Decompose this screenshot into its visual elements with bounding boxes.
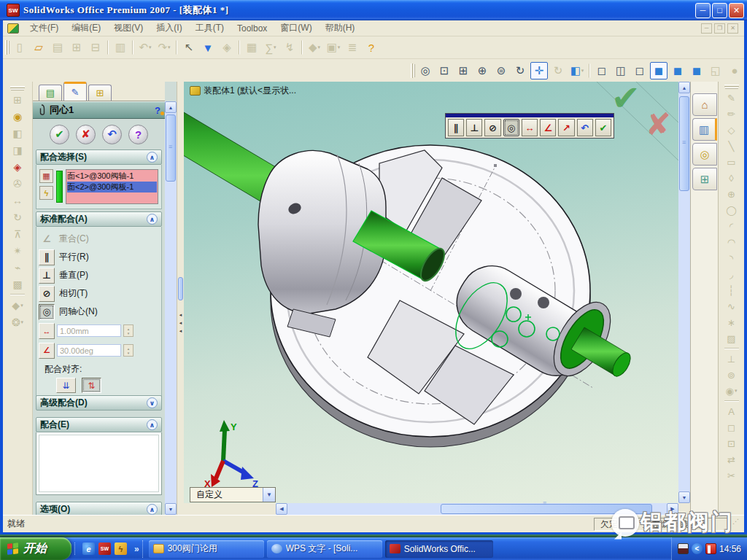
hidden-lines-removed-button[interactable]: ◻ [631, 62, 649, 79]
line-button[interactable]: ╲ [722, 138, 741, 154]
mate-tangent[interactable]: ⊘ 相切(T) [39, 284, 159, 303]
propertymanager-tab[interactable]: ✎ [63, 82, 87, 101]
offset-entities-button[interactable]: ⊡ [722, 435, 741, 451]
popup-parallel-button[interactable]: ∥ [448, 119, 464, 136]
quick-launch-overflow[interactable]: » [131, 544, 142, 554]
collapse-chevron-icon[interactable]: ∧ [147, 152, 158, 163]
file-explorer-tab[interactable]: ◎ [692, 143, 717, 166]
mate-concentric[interactable]: ◎ 同轴心(N) [39, 303, 159, 321]
motion-study-button[interactable]: ◆ [8, 297, 27, 314]
start-button[interactable]: 开始 [0, 537, 71, 560]
selection-filter-button[interactable]: ▼ [199, 39, 217, 56]
save-button[interactable]: ▤ [49, 39, 66, 56]
standard-mates-header[interactable]: 标准配合(A) ∧ [36, 211, 162, 227]
collapse-chevron-icon[interactable]: ∧ [147, 214, 158, 225]
viewport-vscrollbar[interactable]: ▲ ▼ [678, 82, 690, 503]
point-button[interactable]: ∗ [722, 314, 741, 330]
quick-launch-solidworks[interactable]: SW [98, 542, 111, 555]
insert-component-button[interactable]: ⊞ [8, 91, 27, 108]
angle-spinner[interactable]: ▴▾ [123, 344, 133, 357]
toolbar-grip[interactable] [5, 40, 7, 55]
no-external-references-button[interactable]: ◈ [8, 158, 27, 175]
wireframe-button[interactable]: ◻ [593, 62, 611, 79]
menu-tools[interactable]: 工具(T) [189, 20, 231, 36]
menu-view[interactable]: 视图(V) [107, 20, 150, 36]
help-button[interactable]: ? [363, 39, 380, 56]
filter-toggle-button[interactable]: ◈ [218, 39, 236, 56]
collapse-chevron-icon[interactable]: ∧ [147, 419, 158, 430]
scroll-up-button[interactable]: ▲ [165, 101, 177, 113]
feature-tree-root[interactable]: 装配体1 (默认<显示状... [190, 85, 296, 97]
task-solidworks[interactable]: SolidWorks Offic... [385, 540, 493, 558]
angle-mate-icon[interactable]: ∠ [39, 343, 55, 359]
display-relations-button[interactable]: ⊚ [722, 367, 741, 383]
print-button[interactable]: ▥ [112, 39, 129, 56]
scroll-down-button[interactable]: ▼ [165, 503, 177, 515]
splitter-handle[interactable] [178, 277, 183, 300]
confirm-ok-icon[interactable]: ✔ [611, 82, 640, 118]
aligned-button[interactable]: ⇊ [56, 378, 76, 393]
hidden-lines-visible-button[interactable]: ◫ [612, 62, 630, 79]
fillet-button[interactable]: ◞ [722, 266, 741, 282]
change-suppression-button[interactable]: ◧ [8, 125, 27, 141]
angle-input[interactable]: 30.00deg [57, 344, 121, 357]
clock[interactable]: 14:56 [719, 544, 741, 554]
interference-detection-button[interactable]: ▩ [8, 276, 27, 292]
close-button[interactable]: ✕ [729, 3, 744, 18]
resize-grip[interactable]: ⋰ [732, 518, 743, 531]
mate-selection-item[interactable]: 面<2>@300阀板-1 [67, 182, 157, 192]
explode-line-sketch-button[interactable]: ⌁ [8, 259, 27, 276]
shadows-button[interactable]: ◼ [688, 62, 705, 79]
view-orientation-button[interactable]: ◎ [417, 62, 434, 79]
quick-snaps-button[interactable]: ◉ [722, 383, 741, 399]
menu-toolbox[interactable]: Toolbox [231, 22, 274, 35]
panel-scrollbar[interactable]: ▲ ▼ [165, 101, 177, 515]
zoom-selection-button[interactable]: ⊜ [492, 62, 510, 79]
popup-distance-button[interactable]: ↔ [522, 119, 538, 136]
mate-type-icon[interactable]: ⊘ [39, 286, 55, 302]
help-button[interactable]: ? [128, 125, 148, 144]
task-folder[interactable]: 300阀门论用 [149, 540, 264, 558]
popup-flip-alignment-button[interactable]: ↗ [558, 119, 574, 136]
menu-insert[interactable]: 插入(I) [150, 20, 188, 36]
section-view-button[interactable]: ◱ [707, 62, 724, 79]
perimeter-circle-button[interactable]: ◯ [722, 202, 741, 218]
rectangle-button[interactable]: ▭ [722, 154, 741, 170]
spline-button[interactable]: ∿ [722, 298, 741, 314]
sketch-button[interactable]: ✎ [722, 90, 741, 106]
mate-selections-header[interactable]: 配合选择(S) ∧ [36, 149, 162, 165]
toolbar-grip[interactable] [724, 85, 739, 87]
menu-help[interactable]: 帮助(H) [319, 20, 362, 36]
anti-aligned-button[interactable]: ⇅ [82, 378, 101, 393]
rotate-scene-floor-button[interactable]: ↻ [549, 62, 567, 79]
maximize-button[interactable]: □ [712, 3, 727, 18]
mdi-restore-button[interactable]: ❐ [714, 23, 725, 34]
toolbar-grip[interactable] [10, 86, 25, 88]
grid-button[interactable]: ▦ [243, 39, 260, 56]
advanced-mates-header[interactable]: 高级配合(D) ∨ [36, 395, 162, 411]
three-point-arc-button[interactable]: ◝ [722, 250, 741, 266]
distance-spinner[interactable]: ▴▾ [123, 324, 133, 337]
mate-type-icon[interactable]: ∠ [39, 231, 55, 247]
select-button[interactable]: ↖ [180, 39, 198, 56]
collapse-chevron-icon[interactable]: ∧ [147, 504, 158, 515]
zoom-fit-button[interactable]: ⊡ [436, 62, 453, 79]
text-button[interactable]: A [722, 403, 741, 419]
mates-list[interactable] [39, 435, 159, 492]
menu-edit[interactable]: 编辑(E) [65, 20, 107, 36]
smartmates-icon[interactable]: ϟ [39, 186, 53, 200]
view-palette-tab[interactable]: ⊞ [692, 168, 717, 190]
quick-launch-ie[interactable]: e [82, 542, 95, 555]
rotate-component-button[interactable]: ↻ [8, 209, 27, 225]
smart-fasteners-button[interactable]: ⊼ [8, 225, 27, 242]
solidworks-resources-tab[interactable]: ⌂ [692, 93, 717, 116]
toolbar-grip[interactable] [411, 63, 413, 78]
configurationmanager-tab[interactable]: ⊞ [88, 85, 112, 101]
document-icon[interactable] [7, 23, 19, 34]
pan-button[interactable]: ✛ [530, 62, 548, 79]
undo-button[interactable]: ↶ [136, 39, 154, 56]
polygon-button[interactable]: ◊ [722, 170, 741, 186]
panel-splitter[interactable]: ◂◂◂ [177, 82, 184, 515]
mate-type-icon[interactable]: ∥ [39, 249, 55, 265]
standard-views-button[interactable]: ◧ [568, 62, 586, 79]
